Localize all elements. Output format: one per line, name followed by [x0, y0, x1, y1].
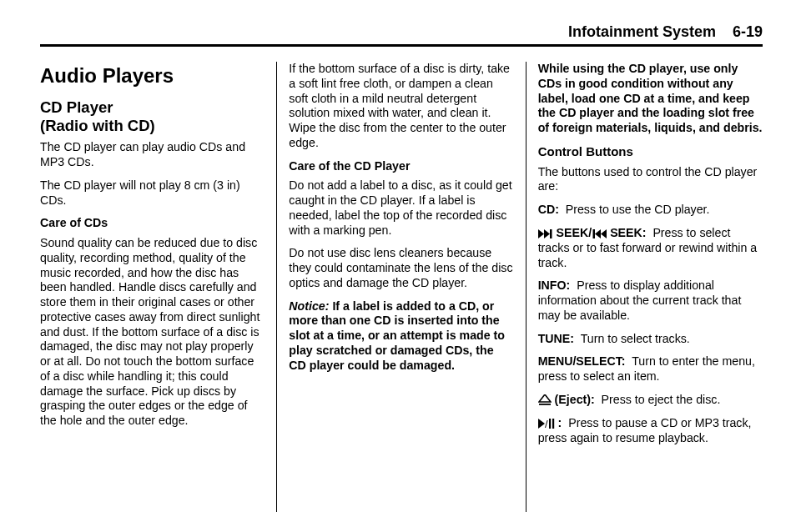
svg-rect-2: [550, 229, 552, 238]
notice-block: Notice: If a label is added to a CD, or …: [289, 299, 513, 374]
label-play-pause: :: [558, 416, 562, 429]
heading-line2: (Radio with CD): [40, 117, 155, 134]
column-3: While using the CD player, use only CDs …: [526, 62, 763, 512]
para-clean-disc: If the bottom surface of a disc is dirty…: [289, 62, 513, 151]
label-menu-select: MENU/SELECT:: [538, 354, 626, 368]
label-tune: TUNE:: [538, 332, 574, 345]
column-2: If the bottom surface of a disc is dirty…: [276, 62, 525, 512]
warning-block: While using the CD player, use only CDs …: [538, 62, 763, 136]
svg-rect-11: [552, 419, 554, 429]
svg-text:/: /: [545, 419, 548, 429]
svg-marker-8: [538, 419, 545, 429]
notice-label: Notice:: [289, 299, 329, 313]
para-buttons-intro: The buttons used to control the CD playe…: [538, 165, 763, 195]
desc-tune-text: Turn to select tracks.: [581, 332, 690, 345]
row-menu-select: MENU/SELECT: Turn to enter the menu, pre…: [538, 354, 763, 384]
heading-care-cd-player: Care of the CD Player: [289, 159, 513, 174]
row-info: INFO: Press to display additional inform…: [538, 279, 763, 323]
label-cd: CD:: [538, 203, 559, 216]
header-section-title: Infotainment System: [568, 23, 716, 41]
row-cd: CD: Press to use the CD player.: [538, 203, 763, 218]
heading-cd-player: CD Player (Radio with CD): [40, 98, 264, 135]
label-info: INFO:: [538, 279, 571, 292]
svg-marker-4: [595, 229, 601, 238]
svg-marker-5: [601, 229, 607, 238]
header-page-number: 6-19: [733, 23, 763, 41]
svg-marker-0: [538, 229, 544, 238]
label-seek-rew: SEEK:: [610, 226, 646, 239]
para-no-label: Do not add a label to a disc, as it coul…: [289, 178, 513, 238]
para-cd-8cm: The CD player will not play 8 cm (3 in) …: [40, 178, 264, 208]
row-seek: SEEK/ SEEK: Press to select tracks or to…: [538, 226, 763, 271]
play-pause-icon: /: [538, 416, 555, 431]
para-care-cds-body: Sound quality can be reduced due to disc…: [40, 236, 264, 429]
heading-care-of-cds: Care of CDs: [40, 216, 264, 231]
heading-control-buttons: Control Buttons: [538, 144, 763, 160]
fast-forward-icon: [538, 226, 553, 241]
row-eject: (Eject): Press to eject the disc.: [538, 393, 763, 408]
page-header: Infotainment System 6-19: [40, 23, 763, 47]
label-seek-fwd: SEEK/: [557, 226, 592, 239]
desc-play-pause-text: Press to pause a CD or MP3 track, press …: [538, 416, 752, 444]
svg-marker-1: [544, 229, 550, 238]
label-eject: (Eject):: [555, 393, 595, 406]
svg-marker-6: [539, 394, 551, 402]
column-1: Audio Players CD Player (Radio with CD) …: [40, 62, 276, 512]
heading-line1: CD Player: [40, 98, 113, 116]
desc-eject-text: Press to eject the disc.: [602, 393, 721, 406]
row-tune: TUNE: Turn to select tracks.: [538, 332, 763, 347]
svg-rect-7: [539, 404, 551, 405]
svg-rect-3: [593, 229, 596, 238]
rewind-icon: [592, 226, 607, 241]
para-cd-intro: The CD player can play audio CDs and MP3…: [40, 140, 264, 170]
eject-icon: [538, 393, 552, 408]
content-columns: Audio Players CD Player (Radio with CD) …: [40, 62, 763, 512]
svg-rect-10: [549, 419, 551, 429]
para-no-lens-cleaner: Do not use disc lens cleaners because th…: [289, 246, 513, 290]
heading-audio-players: Audio Players: [40, 63, 264, 88]
row-play-pause: / : Press to pause a CD or MP3 track, pr…: [538, 416, 763, 446]
desc-cd: Press to use the CD player.: [566, 203, 710, 216]
